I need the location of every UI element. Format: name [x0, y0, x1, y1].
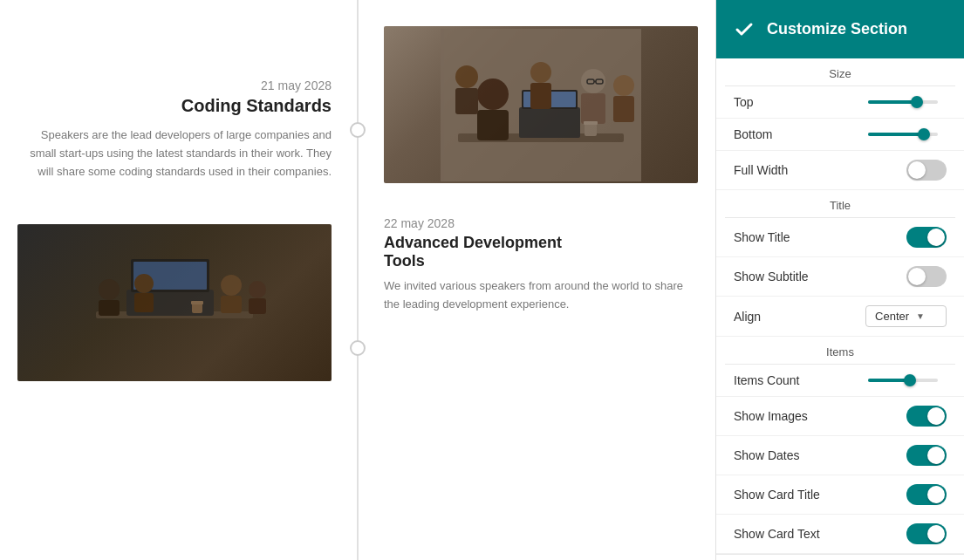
timeline-dot-2 [350, 340, 366, 356]
left-column: 21 may 2028 Coding Standards Speakers ar… [0, 0, 358, 560]
sidebar-bottom-bar: ↑ ↓ REMOVE [716, 554, 964, 560]
svg-rect-11 [249, 298, 266, 314]
align-value: Center [875, 310, 909, 323]
items-count-slider-track [868, 379, 938, 382]
customize-sidebar: Customize Section Size Top Bottom Full W… [715, 0, 964, 560]
svg-rect-13 [191, 301, 203, 304]
top-slider[interactable] [868, 100, 947, 104]
svg-point-6 [134, 274, 154, 293]
svg-point-8 [221, 275, 242, 296]
items-count-label: Items Count [734, 373, 799, 387]
show-subtitle-label: Show Subtitle [734, 270, 809, 283]
svg-point-23 [581, 69, 605, 93]
svg-point-30 [530, 62, 551, 83]
items-section-label: Items [725, 337, 955, 365]
full-width-toggle[interactable] [906, 160, 947, 181]
svg-rect-29 [613, 96, 634, 122]
sidebar-header: Customize Section [716, 0, 964, 58]
item-title: Coding Standards [17, 96, 332, 116]
bottom-label: Bottom [734, 127, 772, 141]
svg-rect-24 [581, 93, 605, 124]
item-image [17, 224, 332, 381]
bottom-slider-thumb [918, 128, 930, 140]
align-dropdown[interactable]: Center ▼ [865, 305, 947, 327]
bottom-slider[interactable] [868, 133, 947, 136]
timeline-line [357, 0, 359, 560]
right-column: 22 may 2028 Advanced DevelopmentTools We… [358, 0, 715, 560]
svg-rect-20 [477, 110, 509, 140]
full-width-label: Full Width [734, 163, 788, 177]
item-date: 21 may 2028 [17, 79, 332, 92]
svg-point-10 [249, 281, 266, 298]
bottom-row: Bottom [716, 119, 964, 151]
bottom-slider-track [868, 133, 938, 136]
svg-point-28 [613, 75, 634, 96]
svg-rect-31 [530, 83, 551, 109]
timeline-container: 21 may 2028 Coding Standards Speakers ar… [0, 0, 715, 560]
show-card-text-toggle[interactable] [906, 523, 947, 544]
show-title-toggle[interactable] [906, 227, 947, 248]
show-dates-toggle[interactable] [906, 445, 947, 466]
items-count-slider-thumb [904, 374, 916, 386]
top-row: Top [716, 86, 964, 119]
top-slider-thumb [911, 96, 923, 108]
size-section-label: Size [725, 58, 955, 86]
show-images-row: Show Images [716, 397, 964, 436]
align-label: Align [734, 310, 761, 324]
show-card-text-toggle-knob [927, 525, 945, 543]
show-card-title-toggle-knob [927, 486, 945, 503]
align-row: Align Center ▼ [716, 297, 964, 337]
show-dates-row: Show Dates [716, 436, 964, 475]
show-images-label: Show Images [734, 409, 808, 423]
show-card-title-toggle[interactable] [906, 484, 947, 505]
items-count-slider[interactable] [868, 379, 947, 382]
show-subtitle-toggle-knob [908, 268, 926, 285]
show-card-title-row: Show Card Title [716, 475, 964, 515]
title-section-label: Title [725, 190, 955, 218]
show-subtitle-row: Show Subtitle [716, 257, 964, 297]
main-content: 21 may 2028 Coding Standards Speakers ar… [0, 0, 715, 560]
show-images-toggle[interactable] [906, 406, 947, 427]
full-width-toggle-knob [908, 161, 926, 179]
show-card-text-row: Show Card Text [716, 515, 964, 554]
items-count-row: Items Count [716, 365, 964, 397]
show-title-label: Show Title [734, 230, 790, 244]
svg-point-4 [99, 279, 120, 300]
timeline-dot-1 [350, 122, 366, 138]
list-item [384, 26, 698, 183]
list-item [17, 224, 332, 381]
top-slider-track [868, 100, 938, 104]
top-slider-fill [868, 100, 917, 104]
svg-rect-16 [519, 107, 580, 138]
check-icon [734, 19, 755, 40]
sidebar-title: Customize Section [767, 20, 907, 38]
show-title-row: Show Title [716, 218, 964, 257]
svg-rect-7 [134, 293, 154, 312]
item-desc: Speakers are the lead developers of larg… [17, 126, 332, 181]
svg-point-19 [477, 79, 509, 110]
item-desc: We invited various speakers from around … [384, 277, 698, 314]
item-date: 22 may 2028 [384, 216, 698, 230]
show-subtitle-toggle[interactable] [906, 266, 947, 287]
show-dates-toggle-knob [927, 447, 945, 464]
full-width-row: Full Width [716, 151, 964, 190]
item-image [384, 26, 698, 183]
top-label: Top [734, 95, 754, 109]
show-images-toggle-knob [927, 407, 945, 425]
svg-rect-5 [99, 300, 120, 316]
chevron-down-icon: ▼ [916, 311, 925, 321]
svg-point-21 [455, 65, 478, 88]
svg-rect-22 [455, 88, 478, 114]
list-item: 22 may 2028 Advanced DevelopmentTools We… [384, 209, 698, 314]
show-card-text-label: Show Card Text [734, 527, 820, 541]
bottom-slider-fill [868, 133, 924, 136]
list-item: 21 may 2028 Coding Standards Speakers ar… [17, 79, 332, 181]
show-card-title-label: Show Card Title [734, 488, 820, 502]
show-title-toggle-knob [927, 229, 945, 246]
show-dates-label: Show Dates [734, 448, 799, 462]
item-title: Advanced DevelopmentTools [384, 234, 698, 270]
svg-rect-9 [221, 296, 242, 313]
svg-rect-33 [584, 121, 598, 125]
svg-rect-32 [585, 123, 597, 136]
